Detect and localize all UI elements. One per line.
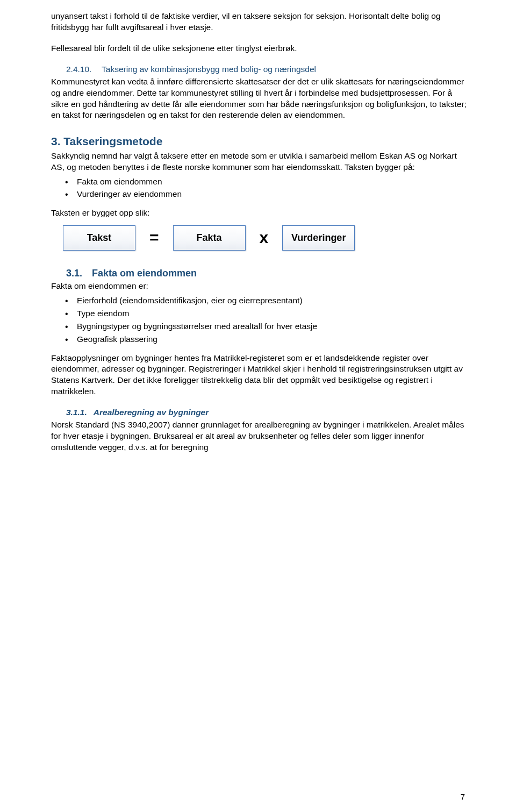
section-3-bullet-list: Fakta om eiendommen Vurderinger av eiend…: [51, 176, 468, 201]
formula-row: Takst = Fakta x Vurderinger: [63, 225, 468, 250]
bullet-text: Eierforhold (eiendomsidentifikasjon, eie…: [77, 296, 303, 305]
section-3-heading: 3. Takseringsmetode: [51, 134, 468, 149]
intro-paragraph-1: unyansert takst i forhold til de faktisk…: [51, 11, 468, 33]
section-3-1-1-text: Norsk Standard (NS 3940,2007) danner gru…: [51, 420, 464, 452]
list-item: Fakta om eiendommen: [77, 176, 468, 188]
section-2-4-10-body: Kommunestyret kan vedta å innføre differ…: [51, 76, 468, 122]
section-3-1-number: 3.1.: [66, 268, 82, 279]
multiply-operator: x: [257, 227, 271, 249]
section-3-1-text: Faktaopplysninger om bygninger hentes fr…: [51, 353, 463, 396]
bullet-text: Type eiendom: [77, 309, 129, 318]
intro-text-1b: Fellesareal blir fordelt til de ulike se…: [51, 44, 297, 53]
equals-operator: =: [147, 227, 161, 249]
intro-text-1a: unyansert takst i forhold til de faktisk…: [51, 11, 441, 32]
formula-box-vurderinger: Vurderinger: [282, 225, 355, 250]
list-item: Bygningstyper og bygningsstørrelser med …: [77, 321, 468, 332]
formula-box-fakta: Fakta: [173, 225, 246, 250]
section-3-1-1-body: Norsk Standard (NS 3940,2007) danner gru…: [51, 419, 468, 453]
list-item: Vurderinger av eiendommen: [77, 189, 468, 200]
section-3-1-1-number: 3.1.1.: [66, 408, 87, 417]
section-3-1-1-heading: 3.1.1.Arealberegning av bygninger: [51, 407, 468, 418]
intro-paragraph-2: Fellesareal blir fordelt til de ulike se…: [51, 43, 468, 54]
section-3-intro-text: Sakkyndig nemnd har valgt å taksere ette…: [51, 151, 457, 172]
formula-intro: Taksten er bygget opp slik:: [51, 208, 468, 219]
bullet-text: Vurderinger av eiendommen: [77, 189, 182, 198]
section-3-1-intro: Fakta om eiendommen er:: [51, 281, 468, 292]
section-2-4-10-title: Taksering av kombinasjonsbygg med bolig-…: [102, 65, 316, 74]
list-item: Eierforhold (eiendomsidentifikasjon, eie…: [77, 295, 468, 307]
section-2-4-10-heading: 2.4.10. Taksering av kombinasjonsbygg me…: [51, 64, 468, 75]
section-2-4-10-number: 2.4.10.: [66, 64, 99, 75]
section-3-1-heading: 3.1.Fakta om eiendommen: [51, 267, 468, 280]
bullet-text: Fakta om eiendommen: [77, 177, 162, 186]
section-3-1-title: Fakta om eiendommen: [92, 268, 197, 279]
section-3-1-bullet-list: Eierforhold (eiendomsidentifikasjon, eie…: [51, 295, 468, 345]
formula-box-takst: Takst: [63, 225, 135, 250]
bullet-text: Geografisk plassering: [77, 334, 157, 344]
section-3-intro: Sakkyndig nemnd har valgt å taksere ette…: [51, 151, 468, 173]
section-3-1-body: Faktaopplysninger om bygninger hentes fr…: [51, 353, 468, 398]
bullet-text: Bygningstyper og bygningsstørrelser med …: [77, 322, 317, 331]
section-2-4-10-text: Kommunestyret kan vedta å innføre differ…: [51, 77, 467, 120]
list-item: Geografisk plassering: [77, 334, 468, 345]
section-3-1-1-title: Arealberegning av bygninger: [94, 408, 209, 417]
list-item: Type eiendom: [77, 308, 468, 319]
